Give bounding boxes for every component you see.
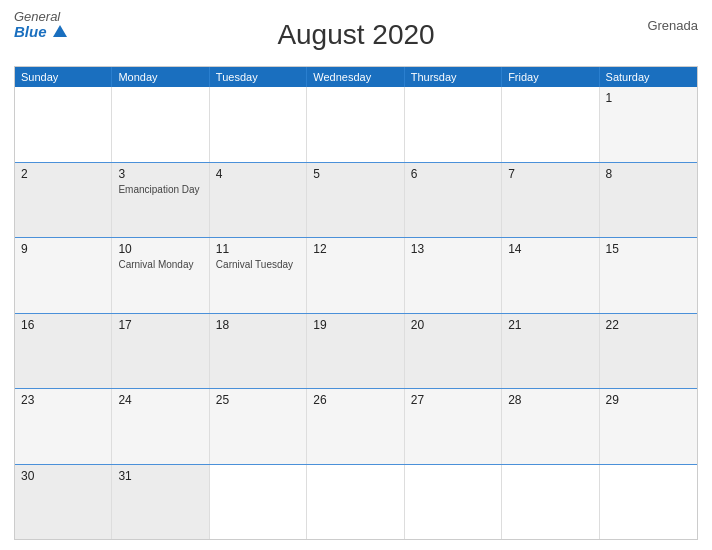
cal-cell-w5-d4: [405, 465, 502, 540]
cal-cell-w5-d1: 31: [112, 465, 209, 540]
calendar-week-3: 910Carnival Monday11Carnival Tuesday1213…: [15, 237, 697, 313]
cal-cell-w0-d6: 1: [600, 87, 697, 162]
day-number: 22: [606, 318, 691, 332]
cal-cell-w1-d1: 3Emancipation Day: [112, 163, 209, 238]
cal-cell-w4-d3: 26: [307, 389, 404, 464]
day-number: 23: [21, 393, 105, 407]
day-number: 16: [21, 318, 105, 332]
cal-cell-w2-d1: 10Carnival Monday: [112, 238, 209, 313]
cal-cell-w0-d3: [307, 87, 404, 162]
month-title: August 2020: [277, 19, 434, 51]
logo: General Blue: [14, 10, 67, 41]
day-number: 27: [411, 393, 495, 407]
day-number: 2: [21, 167, 105, 181]
day-number: 3: [118, 167, 202, 181]
cal-cell-w4-d5: 28: [502, 389, 599, 464]
cal-cell-w1-d5: 7: [502, 163, 599, 238]
cal-cell-w2-d2: 11Carnival Tuesday: [210, 238, 307, 313]
calendar-week-1: 1: [15, 87, 697, 162]
cal-cell-w0-d0: [15, 87, 112, 162]
day-number: 28: [508, 393, 592, 407]
logo-blue-text: Blue: [14, 24, 67, 41]
cal-cell-w5-d6: [600, 465, 697, 540]
day-number: 20: [411, 318, 495, 332]
cal-cell-w2-d4: 13: [405, 238, 502, 313]
cal-cell-w5-d3: [307, 465, 404, 540]
page: General Blue August 2020 Grenada Sunday …: [0, 0, 712, 550]
day-number: 8: [606, 167, 691, 181]
day-number: 11: [216, 242, 300, 256]
cal-cell-w0-d5: [502, 87, 599, 162]
logo-triangle-icon: [53, 25, 67, 37]
day-event: Carnival Monday: [118, 258, 202, 271]
day-number: 12: [313, 242, 397, 256]
cal-cell-w3-d0: 16: [15, 314, 112, 389]
cal-cell-w4-d4: 27: [405, 389, 502, 464]
header-monday: Monday: [112, 67, 209, 87]
calendar-week-5: 23242526272829: [15, 388, 697, 464]
cal-cell-w2-d0: 9: [15, 238, 112, 313]
day-event: Carnival Tuesday: [216, 258, 300, 271]
cal-cell-w4-d2: 25: [210, 389, 307, 464]
cal-cell-w5-d5: [502, 465, 599, 540]
header-friday: Friday: [502, 67, 599, 87]
day-number: 10: [118, 242, 202, 256]
day-number: 15: [606, 242, 691, 256]
day-number: 6: [411, 167, 495, 181]
calendar-header: General Blue August 2020 Grenada: [14, 10, 698, 60]
day-number: 19: [313, 318, 397, 332]
day-number: 25: [216, 393, 300, 407]
logo-general-text: General: [14, 10, 60, 24]
day-number: 17: [118, 318, 202, 332]
cal-cell-w4-d1: 24: [112, 389, 209, 464]
header-wednesday: Wednesday: [307, 67, 404, 87]
header-thursday: Thursday: [405, 67, 502, 87]
cal-cell-w3-d5: 21: [502, 314, 599, 389]
day-number: 14: [508, 242, 592, 256]
cal-cell-w5-d0: 30: [15, 465, 112, 540]
cal-cell-w2-d6: 15: [600, 238, 697, 313]
day-number: 29: [606, 393, 691, 407]
country-label: Grenada: [647, 18, 698, 33]
cal-cell-w1-d4: 6: [405, 163, 502, 238]
day-number: 26: [313, 393, 397, 407]
day-number: 21: [508, 318, 592, 332]
calendar-week-4: 16171819202122: [15, 313, 697, 389]
day-number: 24: [118, 393, 202, 407]
day-number: 31: [118, 469, 202, 483]
calendar-grid: Sunday Monday Tuesday Wednesday Thursday…: [14, 66, 698, 540]
cal-cell-w0-d4: [405, 87, 502, 162]
calendar-week-2: 23Emancipation Day45678: [15, 162, 697, 238]
cal-cell-w3-d6: 22: [600, 314, 697, 389]
calendar-header-row: Sunday Monday Tuesday Wednesday Thursday…: [15, 67, 697, 87]
day-number: 4: [216, 167, 300, 181]
calendar-body: 123Emancipation Day45678910Carnival Mond…: [15, 87, 697, 539]
header-saturday: Saturday: [600, 67, 697, 87]
day-number: 18: [216, 318, 300, 332]
header-tuesday: Tuesday: [210, 67, 307, 87]
day-number: 7: [508, 167, 592, 181]
cal-cell-w1-d0: 2: [15, 163, 112, 238]
cal-cell-w1-d2: 4: [210, 163, 307, 238]
cal-cell-w0-d2: [210, 87, 307, 162]
cal-cell-w3-d3: 19: [307, 314, 404, 389]
cal-cell-w1-d6: 8: [600, 163, 697, 238]
cal-cell-w4-d0: 23: [15, 389, 112, 464]
day-number: 1: [606, 91, 691, 105]
cal-cell-w5-d2: [210, 465, 307, 540]
cal-cell-w4-d6: 29: [600, 389, 697, 464]
calendar-week-6: 3031: [15, 464, 697, 540]
cal-cell-w3-d1: 17: [112, 314, 209, 389]
day-number: 5: [313, 167, 397, 181]
header-sunday: Sunday: [15, 67, 112, 87]
cal-cell-w0-d1: [112, 87, 209, 162]
cal-cell-w2-d5: 14: [502, 238, 599, 313]
cal-cell-w3-d4: 20: [405, 314, 502, 389]
day-event: Emancipation Day: [118, 183, 202, 196]
day-number: 13: [411, 242, 495, 256]
cal-cell-w1-d3: 5: [307, 163, 404, 238]
cal-cell-w2-d3: 12: [307, 238, 404, 313]
day-number: 30: [21, 469, 105, 483]
day-number: 9: [21, 242, 105, 256]
cal-cell-w3-d2: 18: [210, 314, 307, 389]
